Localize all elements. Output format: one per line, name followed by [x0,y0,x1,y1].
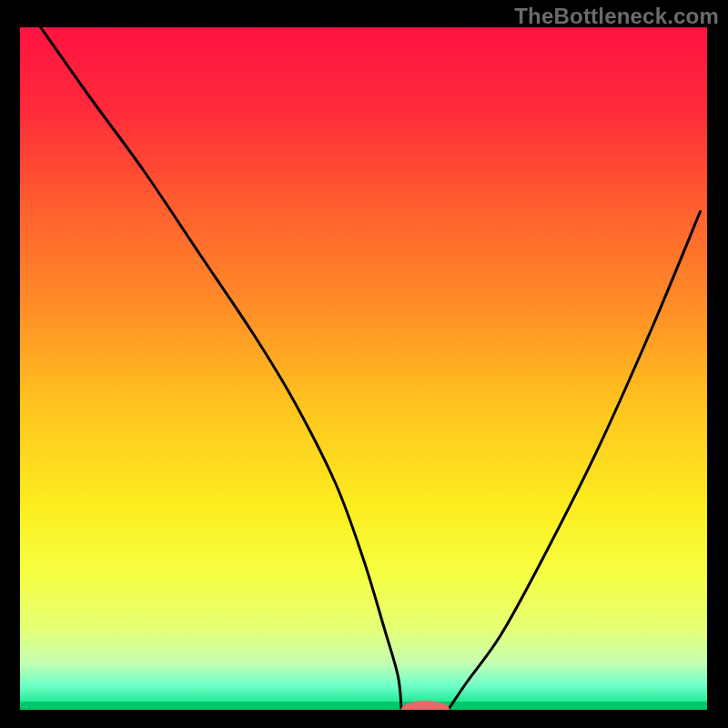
watermark-text: TheBottleneck.com [514,4,719,29]
bottleneck-chart [0,0,728,728]
chart-frame: TheBottleneck.com [0,0,728,728]
gradient-background [20,27,707,710]
optimal-marker [401,701,450,717]
baseline-band [20,702,707,710]
